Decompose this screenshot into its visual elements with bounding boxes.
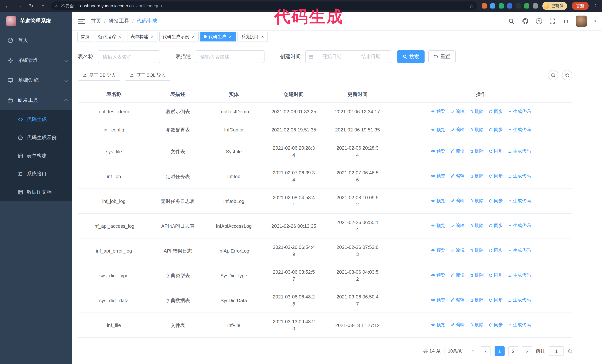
generate-code-link[interactable]: 生成代码 [508, 198, 531, 205]
delete-link[interactable]: 删除 [470, 198, 484, 205]
tab-home[interactable]: 首页 [77, 32, 93, 42]
extension-icon[interactable] [524, 3, 529, 9]
sync-link[interactable]: 同步 [489, 297, 503, 304]
sidebar-item-codegen[interactable]: 代码生成 [0, 110, 72, 128]
generate-code-link[interactable]: 生成代码 [508, 222, 531, 229]
profile-badge[interactable]: 已暂停 [542, 2, 567, 10]
preview-link[interactable]: 预览 [431, 322, 445, 328]
edit-link[interactable]: 编辑 [451, 126, 464, 133]
extension-icon[interactable] [516, 3, 521, 9]
sync-link[interactable]: 同步 [489, 198, 503, 205]
tab-system-api[interactable]: 系统接口× [237, 32, 268, 42]
edit-link[interactable]: 编辑 [451, 222, 464, 229]
fullscreen-icon[interactable] [549, 18, 555, 24]
back-icon[interactable]: ← [4, 3, 11, 9]
browser-menu-icon[interactable]: ⋮ [593, 3, 598, 9]
extension-icon[interactable] [490, 3, 495, 9]
sync-link[interactable]: 同步 [489, 126, 503, 133]
close-icon[interactable]: × [150, 34, 154, 39]
edit-link[interactable]: 编辑 [451, 247, 464, 254]
tab-trace[interactable]: 链路追踪× [95, 32, 125, 42]
sync-link[interactable]: 同步 [489, 148, 503, 155]
generate-code-link[interactable]: 生成代码 [508, 126, 531, 133]
table-name-input[interactable] [98, 50, 160, 63]
import-db-button[interactable]: 基于 DB 导入 [78, 70, 121, 81]
sidebar-item-system-api[interactable]: 系统接口 [0, 165, 72, 183]
insecure-label[interactable]: 不安全 [61, 3, 74, 9]
breadcrumb-home[interactable]: 首页 [91, 18, 101, 24]
delete-link[interactable]: 删除 [470, 322, 484, 329]
page-button-1[interactable]: 1 [494, 346, 505, 356]
delete-link[interactable]: 删除 [470, 173, 484, 180]
sidebar-item-db-docs[interactable]: 数据库文档 [0, 183, 72, 201]
edit-link[interactable]: 编辑 [451, 108, 464, 115]
generate-code-link[interactable]: 生成代码 [508, 108, 531, 115]
preview-link[interactable]: 预览 [431, 108, 445, 115]
delete-link[interactable]: 删除 [470, 222, 484, 229]
tab-form-builder[interactable]: 表单构建× [127, 32, 157, 42]
sidebar-item-form-builder[interactable]: 表单构建 [0, 147, 72, 165]
edit-link[interactable]: 编辑 [451, 173, 464, 180]
sync-link[interactable]: 同步 [489, 108, 503, 115]
browser-update-button[interactable]: 更新 [572, 2, 589, 10]
sidebar-item-home[interactable]: 首页 [0, 30, 72, 50]
extension-icon[interactable] [533, 3, 538, 9]
reset-button[interactable]: 重置 [428, 50, 456, 63]
home-icon[interactable]: ⌂ [39, 3, 47, 9]
sidebar-item-codegen-example[interactable]: 代码生成示例 [0, 128, 72, 147]
extension-icon[interactable] [499, 3, 504, 9]
edit-link[interactable]: 编辑 [451, 198, 464, 205]
app-logo[interactable]: 芋道管理系统 [0, 12, 72, 30]
tab-codegen-example[interactable]: 代码生成示例× [159, 32, 199, 42]
user-avatar[interactable] [576, 16, 587, 27]
goto-page-input[interactable] [549, 346, 564, 356]
preview-link[interactable]: 预览 [431, 272, 445, 279]
generate-code-link[interactable]: 生成代码 [508, 322, 531, 329]
preview-link[interactable]: 预览 [431, 222, 445, 229]
font-size-icon[interactable]: TT [563, 18, 569, 24]
create-time-range-picker[interactable]: 开始日期 - 结束日期 [305, 50, 391, 63]
preview-link[interactable]: 预览 [431, 148, 445, 155]
edit-link[interactable]: 编辑 [451, 322, 464, 329]
url-bar[interactable]: ⚠ 不安全 | dashboard.yudao.iocoder.cn /tool… [51, 1, 477, 10]
extension-icon[interactable] [482, 3, 487, 9]
close-icon[interactable]: × [191, 34, 195, 39]
reload-icon[interactable]: ↻ [27, 3, 35, 9]
generate-code-link[interactable]: 生成代码 [508, 173, 531, 180]
import-sql-button[interactable]: 基于 SQL 导入 [125, 70, 170, 81]
preview-link[interactable]: 预览 [431, 126, 445, 133]
sync-link[interactable]: 同步 [489, 272, 503, 279]
sync-link[interactable]: 同步 [489, 173, 503, 180]
extension-icon[interactable] [507, 3, 512, 9]
preview-link[interactable]: 预览 [431, 173, 445, 180]
help-icon[interactable]: ? [536, 18, 542, 24]
tab-codegen[interactable]: 代码生成× [200, 32, 236, 42]
delete-link[interactable]: 删除 [470, 272, 484, 279]
generate-code-link[interactable]: 生成代码 [508, 148, 531, 155]
delete-link[interactable]: 删除 [470, 126, 484, 133]
sync-link[interactable]: 同步 [489, 222, 503, 229]
sidebar-item-dev-tools[interactable]: 研发工具 [0, 90, 72, 110]
sync-link[interactable]: 同步 [489, 322, 503, 329]
close-icon[interactable]: × [228, 34, 232, 39]
preview-link[interactable]: 预览 [431, 197, 445, 204]
generate-code-link[interactable]: 生成代码 [508, 297, 531, 304]
breadcrumb-dev-tools[interactable]: 研发工具 [108, 18, 129, 24]
edit-link[interactable]: 编辑 [451, 148, 464, 155]
close-icon[interactable]: × [260, 34, 265, 39]
close-icon[interactable]: × [118, 34, 122, 39]
forward-icon[interactable]: → [16, 3, 23, 9]
delete-link[interactable]: 删除 [470, 297, 484, 304]
page-button-2[interactable]: 2 [508, 346, 518, 356]
sync-link[interactable]: 同步 [489, 247, 503, 254]
refresh-table-button[interactable] [562, 70, 572, 80]
generate-code-link[interactable]: 生成代码 [508, 272, 531, 279]
search-button[interactable]: 搜索 [397, 50, 425, 63]
search-icon[interactable] [508, 18, 515, 24]
github-icon[interactable] [522, 18, 529, 24]
bookmark-star-icon[interactable]: ☆ [469, 3, 473, 9]
sidebar-item-system[interactable]: 系统管理 [0, 50, 72, 70]
delete-link[interactable]: 删除 [470, 247, 484, 254]
delete-link[interactable]: 删除 [470, 108, 484, 115]
table-desc-input[interactable] [196, 50, 265, 63]
